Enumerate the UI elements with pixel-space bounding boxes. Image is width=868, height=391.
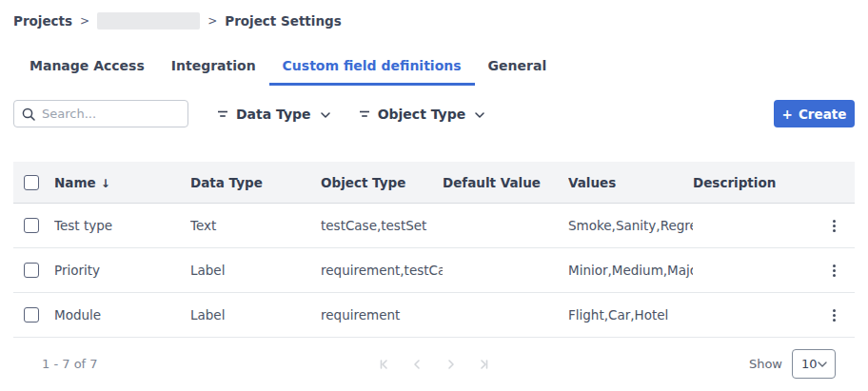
table-row[interactable]: Module Label requirement Flight,Car,Hote… — [13, 293, 855, 338]
cell-name: Priority — [54, 263, 190, 278]
cell-data-type: Text — [190, 218, 321, 233]
cell-name: Module — [54, 307, 190, 323]
breadcrumb-projects-link[interactable]: Projects — [13, 13, 72, 29]
page-size-control: Show 10 — [749, 349, 836, 379]
next-page-icon[interactable] — [444, 358, 458, 371]
page-size-select[interactable]: 10 — [792, 349, 836, 379]
table-header-row: Name↓ Data Type Object Type Default Valu… — [13, 162, 855, 204]
last-page-icon[interactable] — [478, 358, 491, 371]
row-select-cell — [13, 307, 54, 323]
select-all-cell — [13, 175, 54, 190]
select-all-checkbox[interactable] — [24, 175, 39, 190]
breadcrumb-separator: > — [80, 14, 89, 28]
plus-icon: + — [782, 107, 793, 122]
row-checkbox[interactable] — [24, 307, 39, 323]
column-header[interactable]: Default Value — [443, 175, 568, 190]
tab-label: Custom field definitions — [283, 58, 462, 73]
column-header-label: Default Value — [443, 175, 541, 190]
row-actions-cell — [813, 305, 855, 325]
column-header-label: Data Type — [190, 175, 263, 190]
search-input[interactable] — [42, 107, 180, 121]
column-header-label: Object Type — [321, 175, 405, 190]
search-icon — [22, 108, 35, 121]
column-header-label: Values — [568, 175, 616, 190]
tab[interactable]: General — [475, 52, 561, 86]
kebab-menu-icon[interactable] — [827, 261, 841, 281]
sort-desc-icon: ↓ — [101, 177, 110, 190]
tab[interactable]: Manage Access — [16, 52, 158, 86]
create-button[interactable]: + Create — [774, 100, 855, 127]
column-header-label: Name — [54, 175, 96, 190]
previous-page-icon[interactable] — [411, 358, 424, 371]
cell-values: Flight,Car,Hotel — [568, 307, 693, 323]
tab-label: Manage Access — [30, 58, 145, 73]
breadcrumb-separator: > — [207, 14, 217, 28]
breadcrumb: Projects > > Project Settings — [0, 0, 868, 29]
tab-label: Integration — [171, 58, 256, 73]
filter-icon — [217, 109, 228, 119]
row-actions-cell — [813, 261, 855, 281]
filter-icon — [359, 109, 370, 119]
column-header[interactable]: Description — [693, 175, 813, 190]
column-header[interactable]: Data Type — [190, 175, 321, 190]
filter-label: Object Type — [378, 107, 466, 122]
row-checkbox[interactable] — [24, 263, 39, 278]
breadcrumb-project-name-redacted[interactable] — [97, 12, 200, 29]
column-header[interactable]: Name↓ — [54, 175, 190, 190]
table-body: Test type Text testCase,testSet Smoke,Sa… — [13, 204, 855, 338]
cell-object-type: requirement — [321, 307, 443, 323]
table-row[interactable]: Test type Text testCase,testSet Smoke,Sa… — [13, 204, 855, 248]
filter-dropdown[interactable]: Data Type — [217, 107, 330, 122]
tab-bar: Manage Access Integration Custom field d… — [0, 52, 868, 86]
chevron-down-icon — [321, 112, 330, 118]
row-actions-cell — [813, 216, 855, 236]
pagination-range: 1 - 7 of 7 — [42, 357, 98, 371]
chevron-down-icon — [818, 362, 827, 367]
page-size-value: 10 — [801, 357, 818, 371]
filter-dropdown[interactable]: Object Type — [359, 107, 485, 122]
row-select-cell — [13, 263, 54, 278]
kebab-menu-icon[interactable] — [827, 216, 841, 236]
search-box[interactable] — [13, 100, 188, 127]
tab-label: General — [488, 58, 547, 73]
cell-name: Test type — [54, 218, 190, 233]
kebab-menu-icon[interactable] — [827, 305, 841, 325]
filter-label: Data Type — [236, 107, 311, 122]
cell-object-type: requirement,testCase — [321, 263, 443, 278]
column-header-label: Description — [693, 175, 776, 190]
row-checkbox[interactable] — [24, 218, 39, 233]
chevron-down-icon — [475, 112, 484, 118]
create-button-label: Create — [799, 107, 846, 122]
tab[interactable]: Custom field definitions — [269, 52, 475, 86]
custom-fields-table: Name↓ Data Type Object Type Default Valu… — [13, 162, 855, 338]
cell-values: Minior,Medium,Major — [568, 263, 693, 278]
column-header[interactable]: Values — [568, 175, 693, 190]
table-footer: 1 - 7 of 7 Show 10 — [0, 338, 868, 390]
column-header[interactable]: Object Type — [321, 175, 443, 190]
pager — [378, 358, 491, 371]
show-label: Show — [749, 357, 782, 371]
cell-data-type: Label — [190, 263, 321, 278]
cell-data-type: Label — [190, 307, 321, 323]
cell-object-type: testCase,testSet — [321, 218, 443, 233]
cell-values: Smoke,Sanity,Regress — [568, 218, 693, 233]
breadcrumb-current-page: Project Settings — [225, 13, 342, 29]
row-select-cell — [13, 218, 54, 233]
filter-group: Data Type Object Type — [188, 107, 484, 122]
tab[interactable]: Integration — [158, 52, 269, 86]
toolbar: Data Type Object Type + Create — [13, 100, 855, 127]
first-page-icon[interactable] — [378, 358, 391, 371]
table-row[interactable]: Priority Label requirement,testCase Mini… — [13, 248, 855, 293]
